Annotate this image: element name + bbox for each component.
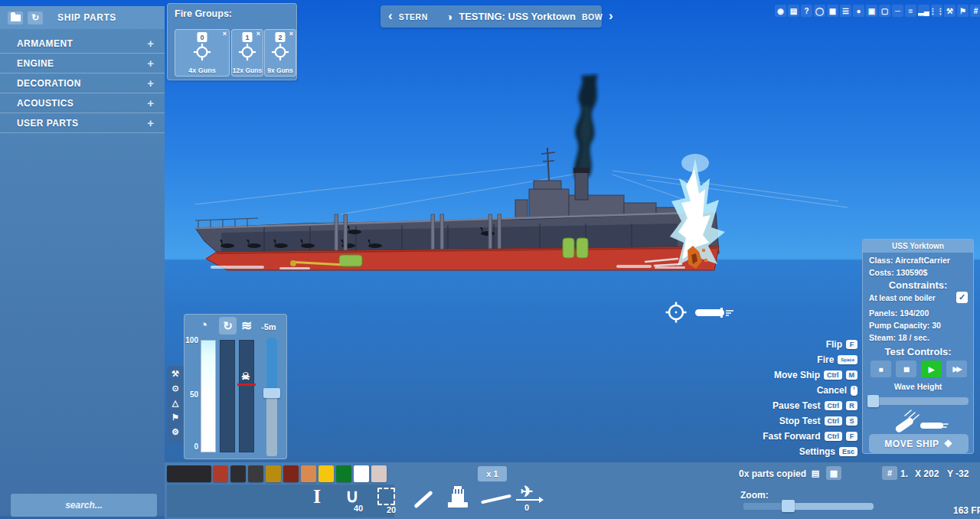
paint-swatch[interactable] — [318, 465, 334, 482]
aircraft-tool[interactable]: ✈ — [515, 482, 538, 501]
play-button[interactable]: ▶ — [921, 361, 942, 377]
panel-square-tool[interactable] — [377, 488, 395, 505]
group-number-badge: 0 — [198, 32, 207, 42]
pause-button[interactable]: ▮▮ — [896, 361, 916, 377]
group-label: 4x Guns — [175, 67, 229, 74]
scale-100: 100 — [185, 336, 198, 344]
mouse-icon[interactable]: ● — [853, 5, 864, 17]
fire-group-1[interactable]: 1 × 12x Guns — [231, 29, 263, 77]
multiplier-badge[interactable]: x 1 — [478, 466, 507, 481]
expand-plus-icon[interactable]: + — [147, 37, 154, 50]
waves-icon[interactable]: ≋ — [241, 318, 252, 334]
sidebar-item-decoration[interactable]: DECORATION + — [0, 73, 165, 93]
columns-icon[interactable]: ⋮⋮ — [931, 5, 942, 17]
tower-tool[interactable] — [445, 484, 471, 508]
sidebar-title: SHIP PARTS — [47, 12, 126, 23]
paint-swatch[interactable] — [213, 465, 228, 482]
fast-forward-button[interactable]: ▶▶ — [946, 361, 967, 377]
expand-plus-icon[interactable]: + — [147, 57, 154, 70]
terrain-icon[interactable]: △ — [168, 396, 183, 410]
flag-icon[interactable]: ⚑ — [957, 5, 969, 17]
paint-swatch-selected[interactable] — [167, 465, 211, 482]
bow-button[interactable]: BOW — [582, 12, 603, 21]
wave-height-slider[interactable] — [869, 397, 969, 405]
constraints-title: Constraints: — [863, 279, 973, 291]
help-icon[interactable]: ? — [801, 5, 812, 17]
paint-swatch[interactable] — [283, 465, 299, 482]
wave-height-label: Wave Height — [863, 382, 973, 391]
key-badge: F — [846, 340, 858, 349]
grid-snap-icon[interactable]: # — [882, 466, 897, 480]
expand-plus-icon[interactable]: + — [147, 116, 154, 129]
paint-swatch[interactable] — [371, 465, 387, 482]
expand-plus-icon[interactable]: + — [147, 96, 154, 109]
close-icon[interactable]: × — [256, 30, 260, 38]
fire-group-2[interactable]: 2 × 9x Guns — [264, 29, 296, 77]
close-icon[interactable]: × — [289, 30, 293, 38]
align-icon[interactable]: ≡ — [905, 5, 916, 17]
paint-swatch[interactable] — [248, 465, 263, 482]
paint-swatch[interactable] — [354, 465, 369, 482]
gear-icon[interactable]: ⚙ — [168, 425, 183, 439]
open-folder-button[interactable] — [8, 11, 23, 24]
tools-icon[interactable]: ⚒ — [168, 367, 183, 380]
game-viewport[interactable]: ↻ SHIP PARTS ARMAMENT + ENGINE + DECORAT… — [0, 0, 980, 519]
close-icon[interactable]: × — [223, 30, 227, 38]
stop-button[interactable]: ■ — [871, 361, 891, 377]
skull-icon: ☠ — [241, 370, 250, 382]
strut-tool[interactable] — [411, 491, 436, 507]
book-icon[interactable]: ▤ — [788, 5, 799, 17]
zoom-slider-thumb[interactable] — [782, 500, 795, 512]
panel-icon[interactable]: ▦ — [827, 5, 838, 17]
stats-icon[interactable]: ▂▄ — [918, 5, 929, 17]
reload-parts-button[interactable]: ↻ — [28, 11, 43, 24]
fan-icon[interactable]: ↻ — [219, 317, 237, 335]
group-label: 12x Guns — [232, 67, 263, 74]
sidebar-item-armament[interactable]: ARMAMENT + — [0, 34, 165, 54]
depth-slider-thumb[interactable] — [263, 388, 280, 398]
key-badge: F — [846, 432, 858, 441]
grid-icon[interactable]: # — [970, 5, 980, 17]
chevron-right-icon[interactable]: › — [609, 9, 613, 22]
mouse-icon — [851, 386, 858, 396]
copy-icon[interactable]: ▤ — [808, 466, 823, 480]
paint-swatch[interactable] — [336, 465, 351, 482]
tools-icon[interactable]: ⚒ — [944, 5, 956, 17]
paint-swatch[interactable] — [301, 465, 316, 482]
speedometer-icon[interactable]: ◔ — [200, 318, 207, 333]
list-icon[interactable]: ☰ — [840, 5, 851, 17]
fire-group-0[interactable]: 0 × 4x Guns — [175, 29, 230, 77]
flag-icon[interactable]: ⚑ — [168, 410, 183, 424]
stern-button[interactable]: STERN — [399, 12, 428, 21]
camera-icon[interactable]: ⊙ — [168, 381, 183, 395]
expand-plus-icon[interactable]: + — [147, 77, 154, 90]
keybind-move-ship: Move ShipCtrlM — [712, 367, 858, 383]
key-badge: M — [846, 370, 858, 380]
paint-swatch[interactable] — [266, 465, 281, 482]
wave-height-slider-thumb[interactable] — [867, 395, 879, 407]
paint-swatch[interactable] — [230, 465, 246, 482]
boiler-checkbox[interactable]: ✓ — [956, 292, 968, 303]
ibeam-tool[interactable]: I — [309, 485, 325, 508]
zoom-slider[interactable] — [743, 503, 874, 510]
sidebar-item-engine[interactable]: ENGINE + — [0, 54, 165, 73]
ship-name-header: USS Yorktown — [863, 240, 973, 253]
minus-icon[interactable]: ─ — [892, 5, 903, 17]
slope-icon — [481, 495, 511, 504]
scale-0: 0 — [185, 442, 198, 451]
move-ship-button[interactable]: MOVE SHIP ❖ — [869, 434, 969, 453]
search-input[interactable] — [11, 494, 157, 517]
sidebar-item-user-parts[interactable]: USER PARTS + — [0, 113, 165, 133]
eye-icon[interactable]: ◉ — [775, 5, 786, 17]
chevron-left-icon[interactable]: ‹ — [388, 9, 393, 22]
depth-slider[interactable] — [266, 338, 277, 456]
slope-tool[interactable] — [480, 493, 512, 505]
u-tool-value: 40 — [354, 504, 363, 513]
save-icon[interactable]: ▦ — [826, 466, 841, 480]
torpedo-shell-decoration — [888, 410, 949, 436]
crosshair-icon[interactable]: ◯ — [814, 5, 825, 17]
crop-icon[interactable]: ▢ — [879, 5, 890, 17]
window-icon[interactable]: ▣ — [866, 5, 877, 17]
ship-scene[interactable] — [188, 73, 861, 279]
sidebar-item-acoustics[interactable]: ACOUSTICS + — [0, 93, 165, 113]
